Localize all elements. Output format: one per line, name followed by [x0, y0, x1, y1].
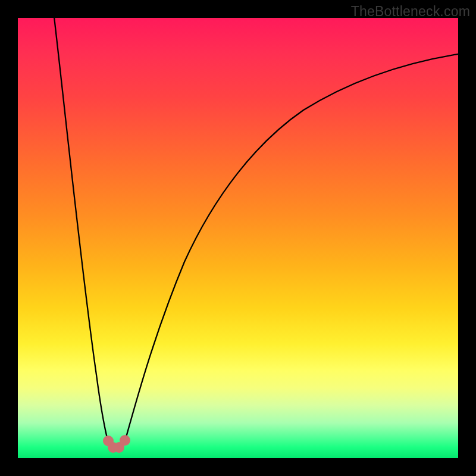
watermark-text: TheBottleneck.com: [351, 4, 470, 20]
curve-left-branch: [54, 18, 108, 440]
trough-marker-right: [120, 435, 130, 446]
curve-right-branch: [126, 54, 458, 439]
chart-frame: TheBottleneck.com: [0, 0, 476, 476]
chart-svg: [18, 18, 458, 458]
chart-plot-area: [18, 18, 458, 458]
